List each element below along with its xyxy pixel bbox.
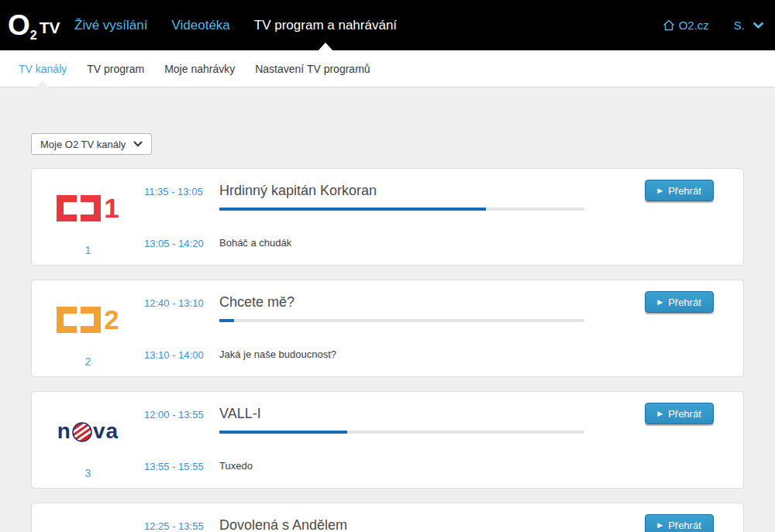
- main-content: Moje O2 TV kanály 1 1: [0, 88, 775, 532]
- program-info: 12:25 - 13:55 Dovolená s Andělem: [144, 503, 615, 532]
- channel-card-ct2: 2 2 12:40 - 13:10 Chcete mě? 13:10 -: [31, 280, 744, 377]
- play-icon: ▶: [657, 410, 663, 417]
- next-time: 13:10 - 14:00: [144, 346, 219, 361]
- user-label: S.: [734, 19, 745, 32]
- progress-fill: [219, 319, 234, 322]
- chevron-down-icon: [753, 22, 764, 29]
- nav-tv-program-recording[interactable]: TV program a nahrávání: [254, 18, 397, 33]
- program-info: 12:40 - 13:10 Chcete mě? 13:10 - 14:00 J…: [144, 280, 615, 376]
- card-actions: ▶ Přehrát: [615, 169, 743, 265]
- play-icon: ▶: [657, 299, 663, 306]
- now-time: 12:00 - 13:55: [144, 406, 219, 434]
- tab-my-recordings[interactable]: Moje nahrávky: [164, 63, 235, 75]
- next-time: 13:05 - 14:20: [144, 235, 219, 249]
- ct1-logo: 1: [57, 195, 119, 221]
- play-button[interactable]: ▶ Přehrát: [645, 514, 714, 532]
- card-actions: ▶ Přehrát: [615, 503, 743, 532]
- now-time: 12:25 - 13:55: [144, 517, 219, 532]
- portal-link[interactable]: O2.cz: [663, 19, 709, 32]
- channel-number: 3: [32, 467, 144, 479]
- channel-number: 2: [32, 355, 144, 368]
- chevron-down-icon: [133, 141, 143, 147]
- logo-o: O: [8, 11, 30, 39]
- card-actions: ▶ Přehrát: [615, 280, 743, 376]
- now-time: 11:35 - 13:05: [144, 183, 219, 211]
- top-nav: Živé vysílání Videotéka TV program a nah…: [74, 18, 397, 33]
- channel-card-nova: n va 3: [31, 391, 744, 489]
- now-time: 12:40 - 13:10: [144, 294, 219, 322]
- progress-bar: [219, 431, 584, 434]
- play-button[interactable]: ▶ Přehrát: [645, 291, 714, 313]
- logo-tv: TV: [40, 19, 60, 37]
- sub-nav: TV kanály TV program Moje nahrávky Nasta…: [0, 50, 775, 88]
- user-menu[interactable]: S.: [734, 19, 764, 32]
- nova-logo: n va: [57, 419, 119, 444]
- tab-tv-program-settings[interactable]: Nastavení TV programů: [255, 63, 370, 75]
- tab-tv-program[interactable]: TV program: [87, 63, 144, 75]
- now-title[interactable]: VALL-I: [219, 406, 615, 422]
- progress-bar: [219, 208, 584, 211]
- channel-number: 1: [32, 244, 144, 256]
- channel-ct2[interactable]: 2 2: [32, 280, 144, 376]
- home-icon: [663, 19, 675, 31]
- program-info: 11:35 - 13:05 Hrdinný kapitán Korkoran 1…: [144, 169, 615, 265]
- next-title[interactable]: Boháč a chudák: [219, 235, 291, 249]
- o2tv-logo[interactable]: O 2 TV: [8, 11, 67, 39]
- channel-4[interactable]: [32, 503, 144, 532]
- channel-nova[interactable]: n va 3: [32, 392, 144, 488]
- top-right: O2.cz S.: [663, 19, 764, 32]
- play-button[interactable]: ▶ Přehrát: [645, 180, 714, 201]
- play-icon: ▶: [657, 187, 663, 194]
- now-title[interactable]: Chcete mě?: [219, 294, 615, 311]
- portal-label: O2.cz: [679, 19, 709, 32]
- card-actions: ▶ Přehrát: [615, 392, 743, 488]
- nav-live-broadcast[interactable]: Živé vysílání: [74, 18, 147, 33]
- progress-fill: [219, 431, 347, 434]
- channel-list: 1 1 11:35 - 13:05 Hrdinný kapitán Korkor…: [31, 168, 744, 532]
- play-icon: ▶: [657, 522, 663, 529]
- tab-tv-channels[interactable]: TV kanály: [19, 63, 67, 75]
- ct2-logo: 2: [57, 307, 119, 333]
- channel-filter-dropdown[interactable]: Moje O2 TV kanály: [31, 133, 152, 155]
- nav-videoteka[interactable]: Videotéka: [171, 18, 229, 33]
- play-button[interactable]: ▶ Přehrát: [645, 403, 714, 424]
- next-time: 13:55 - 15:55: [144, 458, 219, 472]
- logo-sub: 2: [30, 29, 37, 43]
- channel-card-4: 12:25 - 13:55 Dovolená s Andělem ▶: [31, 503, 744, 532]
- program-info: 12:00 - 13:55 VALL-I 13:55 - 15:55 Tuxed…: [144, 392, 615, 488]
- now-title[interactable]: Dovolená s Andělem: [219, 517, 615, 532]
- now-title[interactable]: Hrdinný kapitán Korkoran: [219, 183, 615, 199]
- next-title[interactable]: Tuxedo: [219, 458, 253, 472]
- progress-bar: [219, 319, 584, 322]
- next-title[interactable]: Jaká je naše budoucnost?: [219, 346, 336, 361]
- channel-card-ct1: 1 1 11:35 - 13:05 Hrdinný kapitán Korkor…: [31, 168, 744, 266]
- channel-ct1[interactable]: 1 1: [32, 169, 144, 265]
- channel-filter-value: Moje O2 TV kanály: [40, 139, 126, 150]
- progress-fill: [219, 208, 486, 211]
- top-bar: O 2 TV Živé vysílání Videotéka TV progra…: [0, 0, 775, 50]
